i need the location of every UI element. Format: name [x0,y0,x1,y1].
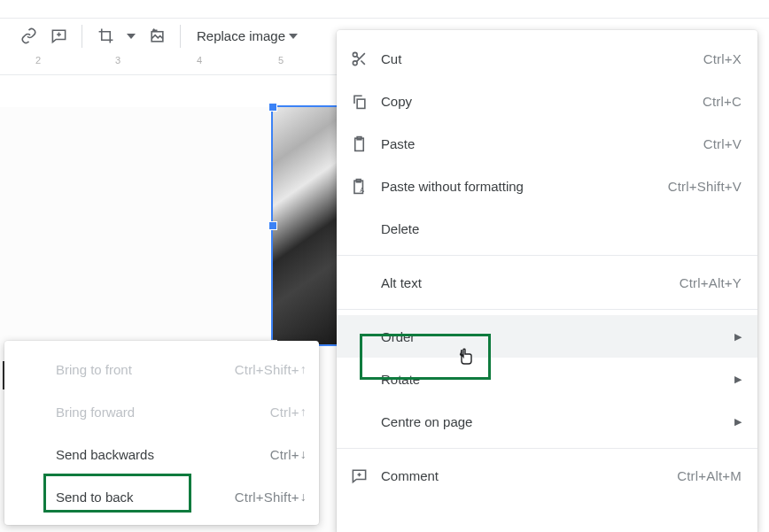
menu-item-rotate[interactable]: Rotate ▶ [337,358,757,400]
submenu-arrow-icon: ▶ [734,416,742,428]
menu-label: Centre on page [381,414,734,429]
menu-shortcut: Ctrl+Alt+M [677,468,742,483]
comment-icon [351,467,381,484]
crop-dropdown-icon[interactable] [123,24,139,49]
menu-label: Bring to front [20,362,235,377]
toolbar-separator [180,25,181,48]
paste-icon [351,135,381,152]
menu-shortcut: Ctrl+C [703,94,742,109]
menu-shortcut: Ctrl+Shift+↑ [235,362,307,377]
paste-nf-icon: A [351,178,381,195]
menu-label: Send to back [20,490,235,505]
order-submenu: Bring to front Ctrl+Shift+↑ Bring forwar… [4,341,319,525]
menu-label: Bring forward [20,405,270,420]
submenu-item-send-backwards[interactable]: Send backwards Ctrl+↓ [4,433,319,475]
menu-item-cut[interactable]: Cut Ctrl+X [337,37,757,80]
link-icon[interactable] [16,24,41,49]
menu-label: Cut [381,51,703,66]
menu-item-comment[interactable]: Comment Ctrl+Alt+M [337,454,757,497]
ruler: 2 3 4 5 [0,55,337,73]
submenu-item-bring-to-front: Bring to front Ctrl+Shift+↑ [4,348,319,390]
add-comment-icon[interactable] [46,24,71,49]
menu-label: Send backwards [20,447,270,462]
menu-item-delete[interactable]: Delete [337,207,757,250]
context-menu: Cut Ctrl+X Copy Ctrl+C Paste Ctrl+V A Pa… [337,30,757,532]
reset-image-icon[interactable] [144,24,169,49]
menu-item-centre-on-page[interactable]: Centre on page ▶ [337,400,757,443]
selected-image[interactable] [273,107,339,344]
menu-label: Delete [381,221,742,236]
svg-point-2 [353,60,357,65]
copy-icon [351,93,381,110]
menu-label: Comment [381,468,677,483]
submenu-item-send-to-back[interactable]: Send to back Ctrl+Shift+↓ [4,475,319,518]
menu-label: Rotate [381,372,734,387]
menu-separator [337,448,757,449]
menu-shortcut: Ctrl+↑ [270,405,307,420]
menu-shortcut: Ctrl+Alt+Y [680,275,742,290]
svg-rect-3 [357,99,365,108]
menu-item-copy[interactable]: Copy Ctrl+C [337,80,757,122]
menu-label: Alt text [381,275,680,290]
menu-shortcut: Ctrl+X [703,51,742,66]
menu-item-paste-without-formatting[interactable]: A Paste without formatting Ctrl+Shift+V [337,165,757,207]
menu-item-paste[interactable]: Paste Ctrl+V [337,122,757,165]
replace-image-dropdown[interactable]: Replace image [191,28,303,43]
toolbar-separator [82,25,82,48]
svg-point-1 [353,52,357,57]
menu-label: Paste [381,136,703,151]
submenu-item-bring-forward: Bring forward Ctrl+↑ [4,390,319,433]
menu-separator [337,255,757,256]
submenu-arrow-icon: ▶ [734,331,742,343]
resize-handle[interactable] [269,222,276,229]
menu-label: Copy [381,94,703,109]
crop-icon[interactable] [93,24,118,49]
menu-shortcut: Ctrl+Shift+↓ [235,490,307,505]
submenu-arrow-icon: ▶ [734,374,742,385]
menu-label: Order [381,329,734,344]
resize-handle[interactable] [269,104,276,111]
menu-separator [337,309,757,310]
menu-shortcut: Ctrl+Shift+V [668,179,742,194]
cut-icon [351,50,381,67]
menu-label: Paste without formatting [381,179,668,194]
menu-shortcut: Ctrl+↓ [270,447,307,462]
menu-item-alt-text[interactable]: Alt text Ctrl+Alt+Y [337,261,757,304]
replace-image-label: Replace image [197,28,285,43]
svg-text:A: A [360,186,364,193]
menu-shortcut: Ctrl+V [703,136,742,151]
menu-item-order[interactable]: Order ▶ [337,315,757,358]
